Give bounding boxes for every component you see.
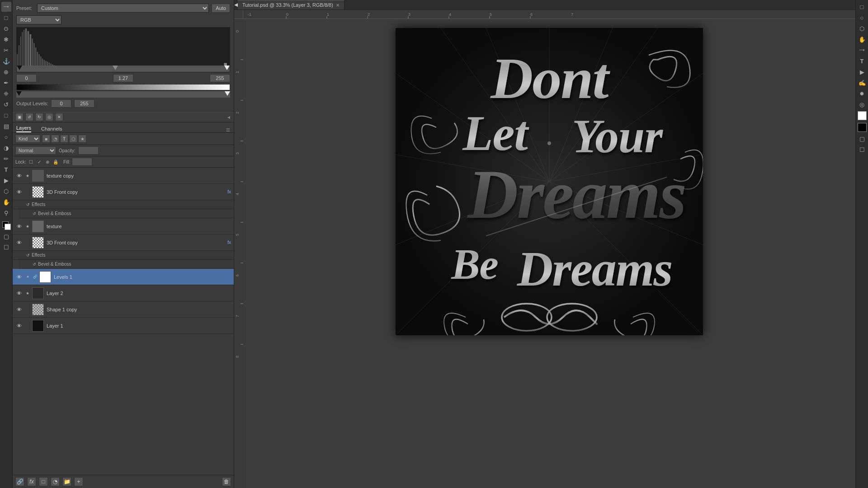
layer-item-3d-front-1[interactable]: 👁 3D Front copy fx bbox=[13, 184, 234, 200]
tab-tutorial-psd[interactable]: Tutorial.psd @ 33.3% (Layer 3, RGB/8/8) … bbox=[238, 0, 344, 9]
panel-icon-1[interactable]: ▣ bbox=[15, 113, 24, 121]
type-filter-icon[interactable]: T bbox=[60, 135, 68, 143]
visibility-icon-texture[interactable]: 👁 bbox=[15, 223, 23, 230]
panel-collapse-btn[interactable]: ◄ bbox=[226, 115, 231, 120]
auto-button[interactable]: Auto bbox=[212, 4, 230, 13]
pen-tool[interactable]: ✏ bbox=[1, 154, 11, 164]
panel-icon-3[interactable]: ↻ bbox=[35, 113, 43, 121]
panel-icon-5[interactable]: ✕ bbox=[55, 113, 63, 121]
visibility-icon-shape-1-copy[interactable]: 👁 bbox=[15, 306, 23, 313]
preset-select[interactable]: Custom Default bbox=[37, 4, 209, 13]
input-white-level[interactable]: 255 bbox=[210, 74, 230, 82]
link-layers-btn[interactable]: 🔗 bbox=[15, 477, 24, 486]
heal-tool[interactable]: ⊕ bbox=[1, 67, 11, 77]
move-tool[interactable]: ⭢ bbox=[1, 2, 11, 12]
visibility-icon-levels-1[interactable]: 👁 bbox=[15, 273, 23, 281]
lock-position-icon[interactable]: ✓ bbox=[36, 159, 42, 165]
right-btn-10[interactable]: ◎ bbox=[857, 99, 867, 109]
add-style-btn[interactable]: fx bbox=[27, 477, 36, 486]
tab-close-btn[interactable]: ✕ bbox=[336, 3, 340, 8]
background-color-swatch[interactable] bbox=[858, 123, 867, 132]
visibility-icon-layer-2[interactable]: 👁 bbox=[15, 290, 23, 297]
panel-icon-4[interactable]: ◎ bbox=[45, 113, 53, 121]
visibility-icon-3d-front-1[interactable]: 👁 bbox=[15, 188, 23, 196]
foreground-color-swatch[interactable] bbox=[858, 111, 867, 120]
screen-mode[interactable]: ☐ bbox=[1, 242, 11, 252]
right-btn-8[interactable]: ✍ bbox=[857, 78, 867, 88]
layers-panel-menu[interactable]: ☰ bbox=[226, 127, 230, 132]
foreground-background-colors[interactable] bbox=[1, 221, 11, 230]
shape-tool[interactable]: ⬡ bbox=[1, 186, 11, 196]
tab-layers[interactable]: Layers bbox=[16, 124, 31, 132]
right-btn-6[interactable]: T bbox=[857, 56, 867, 66]
input-white-handle[interactable] bbox=[224, 66, 230, 70]
right-btn-9[interactable]: ✹ bbox=[857, 89, 867, 99]
adjustment-filter-icon[interactable]: ◔ bbox=[51, 135, 59, 143]
right-btn-12[interactable]: ☐ bbox=[857, 145, 867, 155]
input-gray-level[interactable]: 1.27 bbox=[113, 74, 133, 82]
new-adjustment-btn[interactable]: ◔ bbox=[51, 477, 60, 486]
zoom-tool[interactable]: ⚲ bbox=[1, 208, 11, 218]
right-btn-11[interactable]: ▢ bbox=[857, 134, 867, 144]
eyedropper-tool[interactable]: ⚓ bbox=[1, 56, 11, 66]
type-tool[interactable]: T bbox=[1, 164, 11, 174]
tab-prev-btn[interactable]: ◀ bbox=[234, 0, 238, 9]
ruler-corner bbox=[234, 10, 243, 19]
input-black-level[interactable]: 0 bbox=[16, 74, 37, 82]
hand-tool[interactable]: ✋ bbox=[1, 197, 11, 207]
output-white-level[interactable]: 255 bbox=[74, 99, 94, 108]
tab-channels[interactable]: Channels bbox=[41, 125, 62, 132]
crop-tool[interactable]: ✂ bbox=[1, 45, 11, 55]
quick-select-tool[interactable]: ❃ bbox=[1, 34, 11, 44]
smart-filter-icon[interactable]: ★ bbox=[78, 135, 86, 143]
brush-tool[interactable]: ✒ bbox=[1, 78, 11, 88]
pixel-filter-icon[interactable]: ■ bbox=[42, 135, 50, 143]
right-btn-3[interactable]: ⬡ bbox=[857, 23, 867, 33]
layer-item-layer-1[interactable]: 👁 Layer 1 bbox=[13, 318, 234, 334]
kind-filter-select[interactable]: Kind bbox=[15, 135, 40, 143]
layer-item-shape-1-copy[interactable]: 👁 Shape 1 copy bbox=[13, 301, 234, 318]
blend-mode-select[interactable]: Normal Multiply Screen bbox=[15, 146, 56, 155]
history-brush-tool[interactable]: ↺ bbox=[1, 99, 11, 109]
output-black-handle[interactable] bbox=[16, 91, 22, 96]
lock-artboard-icon[interactable]: ⊕ bbox=[44, 159, 51, 165]
clone-tool[interactable]: ❈ bbox=[1, 89, 11, 99]
path-select-tool[interactable]: ▶ bbox=[1, 175, 11, 185]
layer-item-texture[interactable]: 👁 ★ texture bbox=[13, 218, 234, 235]
lock-all-icon[interactable]: 🔒 bbox=[52, 159, 59, 165]
layer-item-layer-2[interactable]: 👁 ★ Layer 2 bbox=[13, 285, 234, 301]
input-gray-handle[interactable] bbox=[113, 66, 118, 70]
fill-input[interactable]: 100% bbox=[72, 158, 92, 166]
new-group-btn[interactable]: 📁 bbox=[62, 477, 71, 486]
right-btn-7[interactable]: ▶ bbox=[857, 67, 867, 77]
eraser-tool[interactable]: □ bbox=[1, 110, 11, 120]
right-btn-1[interactable]: □ bbox=[857, 2, 867, 12]
gradient-tool[interactable]: ▤ bbox=[1, 121, 11, 131]
marquee-tool[interactable]: □ bbox=[1, 13, 11, 23]
add-mask-btn[interactable]: □ bbox=[39, 477, 48, 486]
opacity-input[interactable]: 100% bbox=[78, 146, 99, 155]
lock-pixels-icon[interactable]: ☐ bbox=[28, 159, 34, 165]
right-btn-5[interactable]: ⭢ bbox=[857, 45, 867, 55]
quick-mask-mode[interactable]: ▢ bbox=[1, 231, 11, 241]
visibility-icon-texture-copy[interactable]: 👁 bbox=[15, 172, 23, 179]
layer-item-levels-1[interactable]: 👁 ★ 🔗 Levels 1 bbox=[13, 269, 234, 285]
input-black-handle[interactable] bbox=[17, 66, 22, 70]
right-btn-4[interactable]: ✋ bbox=[857, 34, 867, 44]
channel-select[interactable]: RGB Red Green Blue bbox=[16, 15, 61, 24]
new-layer-btn[interactable]: + bbox=[74, 477, 83, 486]
visibility-icon-3d-front-2[interactable]: 👁 bbox=[15, 239, 23, 246]
lasso-tool[interactable]: ⊙ bbox=[1, 23, 11, 33]
output-black-level[interactable]: 0 bbox=[51, 99, 71, 108]
visibility-icon-layer-1[interactable]: 👁 bbox=[15, 322, 23, 329]
delete-layer-btn[interactable]: 🗑 bbox=[222, 477, 231, 486]
layer-item-3d-front-2[interactable]: 👁 3D Front copy fx bbox=[13, 235, 234, 251]
layer-item-texture-copy[interactable]: 👁 ★ texture copy bbox=[13, 168, 234, 184]
right-btn-2[interactable]: ○ bbox=[857, 13, 867, 23]
blur-tool[interactable]: ○ bbox=[1, 132, 11, 142]
shape-filter-icon[interactable]: ⬡ bbox=[69, 135, 77, 143]
link-icon-levels-1[interactable]: 🔗 bbox=[32, 274, 38, 280]
dodge-tool[interactable]: ◑ bbox=[1, 143, 11, 153]
panel-icon-2[interactable]: ↺ bbox=[25, 113, 33, 121]
output-white-handle[interactable] bbox=[225, 91, 230, 96]
